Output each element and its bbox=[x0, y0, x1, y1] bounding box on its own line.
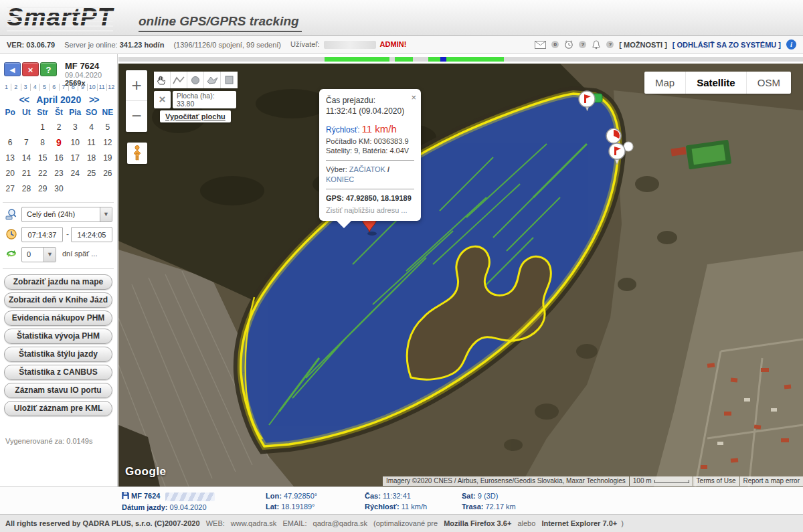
time-to-input[interactable] bbox=[71, 227, 112, 242]
calendar-day[interactable]: 15 bbox=[35, 151, 51, 165]
calendar-day[interactable]: 10 bbox=[67, 135, 83, 150]
vehicle-back-button[interactable]: ◄ bbox=[4, 62, 21, 76]
calendar-day[interactable]: 5 bbox=[100, 120, 116, 135]
terms-link[interactable]: Terms of Use bbox=[693, 476, 739, 486]
options-link[interactable]: [ MOŽNOSTI ] bbox=[619, 41, 667, 49]
calendar-day[interactable] bbox=[67, 181, 83, 196]
calendar-day[interactable] bbox=[100, 181, 116, 196]
rectangle-tool[interactable] bbox=[221, 72, 238, 88]
calendar-next-button[interactable]: >> bbox=[84, 94, 104, 105]
calendar-day[interactable]: 29 bbox=[35, 181, 51, 196]
calendar-day[interactable]: 27 bbox=[2, 181, 18, 196]
calendar-day[interactable]: 21 bbox=[18, 166, 34, 181]
map-canvas[interactable]: + − × Plocha (ha): bbox=[118, 64, 803, 486]
calendar-day[interactable]: 6 bbox=[2, 135, 18, 150]
layer-satellite-button[interactable]: Satellite bbox=[686, 72, 747, 94]
canbus-stats-button[interactable]: Štatistika z CANBUS bbox=[4, 365, 112, 380]
calendar-day-selected[interactable]: 9 bbox=[51, 135, 67, 150]
web-link[interactable]: www.qadra.sk bbox=[231, 519, 276, 527]
show-trip-on-map-button[interactable]: Zobraziť jazdu na mape bbox=[4, 274, 112, 290]
email-link[interactable]: qadra@qadra.sk bbox=[313, 519, 368, 527]
time-from-input[interactable] bbox=[21, 227, 63, 242]
calendar-day[interactable] bbox=[18, 120, 34, 135]
calendar-day[interactable]: 30 bbox=[51, 181, 67, 196]
layer-osm-button[interactable]: OSM bbox=[747, 72, 791, 94]
layer-map-button[interactable]: Map bbox=[644, 72, 686, 94]
mail-icon[interactable] bbox=[535, 41, 546, 49]
calendar-day[interactable]: 26 bbox=[100, 166, 116, 181]
polygon-tool[interactable] bbox=[204, 72, 221, 88]
calendar-day[interactable]: 23 bbox=[51, 166, 67, 181]
area-value: 33.80 bbox=[177, 100, 194, 108]
calendar-day[interactable]: 3 bbox=[67, 120, 83, 135]
zoom-out-button[interactable]: − bbox=[126, 101, 147, 131]
calendar-day[interactable]: 14 bbox=[18, 151, 34, 165]
month-link[interactable]: 7 bbox=[60, 84, 69, 91]
calendar-day[interactable]: 4 bbox=[83, 120, 99, 135]
calendar-day[interactable] bbox=[2, 120, 18, 135]
calendar-day[interactable]: 28 bbox=[18, 181, 34, 196]
month-link[interactable]: 10 bbox=[88, 84, 97, 91]
calendar-day[interactable]: 16 bbox=[51, 151, 67, 165]
calendar-day[interactable]: 24 bbox=[67, 166, 83, 181]
month-link[interactable]: 1 bbox=[2, 84, 11, 91]
calendar-day[interactable]: 11 bbox=[83, 135, 99, 150]
calendar-day[interactable]: 13 bbox=[2, 151, 18, 165]
timeline-cursor[interactable] bbox=[440, 57, 446, 62]
fuel-purchases-button[interactable]: Evidencia nákupov PHM bbox=[4, 311, 112, 326]
calendar-day[interactable]: 17 bbox=[67, 151, 83, 165]
month-link[interactable]: 6 bbox=[50, 84, 59, 91]
polyline-tool[interactable] bbox=[171, 72, 187, 88]
zoom-in-button[interactable]: + bbox=[126, 70, 147, 100]
pan-hand-tool[interactable] bbox=[154, 72, 171, 88]
month-link[interactable]: 2 bbox=[11, 84, 21, 91]
calendar-day[interactable]: 2 bbox=[51, 120, 67, 135]
calendar-prev-button[interactable]: << bbox=[14, 94, 34, 105]
fuel-stats-button[interactable]: Štatistika vývoja PHM bbox=[4, 329, 112, 344]
month-link[interactable]: 4 bbox=[31, 84, 40, 91]
month-link[interactable]: 5 bbox=[40, 84, 50, 91]
days-back-select[interactable]: 0▼ bbox=[21, 247, 56, 262]
calendar-day[interactable]: 22 bbox=[35, 166, 51, 181]
driving-style-stats-button[interactable]: Štatistika štýlu jazdy bbox=[4, 347, 112, 362]
alarm-clock-icon[interactable] bbox=[564, 40, 573, 50]
bell-icon[interactable] bbox=[592, 40, 601, 50]
close-icon[interactable]: × bbox=[411, 92, 416, 104]
report-error-link[interactable]: Report a map error bbox=[740, 476, 803, 486]
calendar-day[interactable]: 25 bbox=[83, 166, 99, 181]
io-port-log-button[interactable]: Záznam stavu IO portu bbox=[4, 383, 112, 398]
select-start-link[interactable]: ZAČIATOK bbox=[349, 165, 385, 173]
save-kml-button[interactable]: Uložiť záznam pre KML bbox=[4, 401, 112, 416]
month-link[interactable]: 11 bbox=[98, 84, 107, 91]
nearest-address-link[interactable]: Zistiť najbližšiu adresu ... bbox=[326, 205, 414, 215]
calendar-day[interactable]: 1 bbox=[35, 120, 51, 135]
clear-area-button[interactable]: × bbox=[154, 91, 171, 108]
calendar-day[interactable]: 19 bbox=[100, 151, 116, 165]
circle-tool[interactable] bbox=[187, 72, 204, 88]
info-icon[interactable]: i bbox=[786, 39, 796, 50]
calendar-day[interactable]: 7 bbox=[18, 135, 34, 150]
map-attribution: Imagery ©2020 CNES / Airbus, Eurosense/G… bbox=[383, 476, 803, 486]
month-link[interactable]: 12 bbox=[107, 84, 116, 91]
month-link[interactable]: 8 bbox=[69, 84, 78, 91]
calendar-day[interactable] bbox=[83, 181, 99, 196]
clock-help-badge[interactable]: ? bbox=[579, 41, 586, 48]
trip-timeline[interactable] bbox=[118, 57, 803, 62]
save-icon[interactable] bbox=[122, 493, 131, 501]
logout-link[interactable]: [ ODHLÁSIŤ SA ZO SYSTÉMU ] bbox=[673, 41, 781, 49]
month-link[interactable]: 3 bbox=[21, 84, 31, 91]
pegman-icon[interactable] bbox=[127, 143, 147, 164]
calendar-day[interactable]: 8 bbox=[35, 135, 51, 150]
calendar-day[interactable]: 12 bbox=[100, 135, 116, 150]
calendar-day[interactable]: 18 bbox=[83, 151, 99, 165]
select-end-link[interactable]: KONIEC bbox=[326, 175, 354, 183]
show-day-logbook-button[interactable]: Zobrazit deň v Knihe Jázd bbox=[4, 292, 112, 308]
calendar-day[interactable]: 20 bbox=[2, 166, 18, 181]
bell-help-badge[interactable]: ? bbox=[606, 41, 614, 48]
vehicle-help-button[interactable]: ? bbox=[40, 62, 57, 76]
month-link[interactable]: 9 bbox=[78, 84, 88, 91]
vehicle-close-button[interactable]: × bbox=[22, 62, 39, 76]
time-range-select[interactable]: Celý deň (24h)▼ bbox=[21, 207, 112, 222]
compute-area-link[interactable]: Vypočítať plochu bbox=[165, 112, 226, 120]
bottom-vehicle: MF 7624 bbox=[131, 492, 160, 500]
